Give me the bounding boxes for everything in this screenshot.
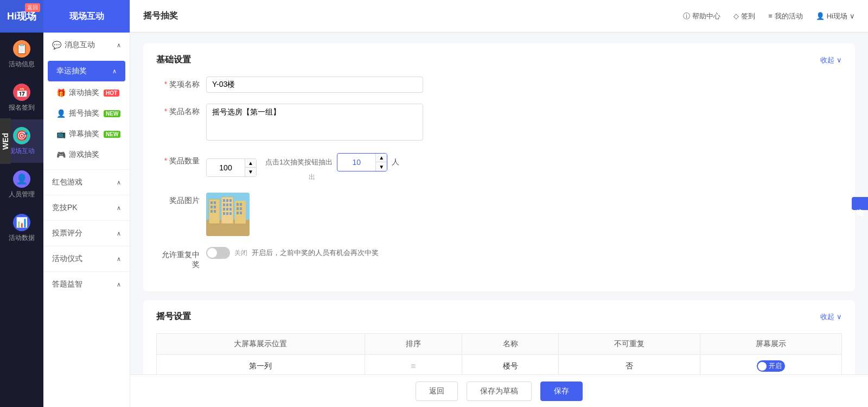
basic-settings-header: 基础设置 收起 ∨ — [156, 54, 842, 66]
nav-item-vote-score[interactable]: 投票评分 ∧ — [43, 223, 130, 244]
draw-count-desc: 点击1次抽奖按钮抽出 — [265, 157, 333, 167]
logo-badge[interactable]: 返回 — [25, 3, 40, 12]
sidebar-item-checkin[interactable]: 📅 报名签到 — [0, 76, 43, 119]
user-menu[interactable]: 👤 Hi现场 ∨ — [816, 11, 855, 21]
new-badge-screen: NEW — [104, 131, 120, 138]
svg-rect-21 — [223, 212, 225, 215]
row1-screen-toggle[interactable]: 开启 — [757, 360, 785, 372]
topbar: 摇号抽奖 ⓘ 帮助中心 ◇ 签到 ≡ 我的活动 👤 Hi现场 ∨ — [130, 0, 868, 33]
chevron-icon: ∧ — [117, 42, 121, 49]
svg-rect-27 — [237, 207, 239, 210]
nav-item-screen-draw[interactable]: 📺 弹幕抽奖 NEW — [43, 124, 130, 144]
prize-count-arrows: ▲ ▼ — [245, 159, 256, 176]
svg-rect-7 — [214, 206, 216, 208]
msg-icon: 💬 — [52, 41, 61, 49]
row1-sort[interactable]: ≡ — [365, 355, 462, 375]
prize-count-input[interactable] — [207, 160, 245, 175]
nav-item-quiz[interactable]: 答题益智 ∧ — [43, 274, 130, 295]
people-mgmt-icon: 👤 — [13, 170, 30, 188]
draw-count-down-btn[interactable]: ▼ — [376, 162, 387, 171]
nav-item-redpack[interactable]: 红包游戏 ∧ — [43, 172, 130, 193]
location-icon: ◇ — [733, 12, 739, 20]
nav-group-lucky-draw: 幸运抽奖 ∧ 🎁 滚动抽奖 HOT 👤 摇号抽奖 NEW 📺 弹幕抽奖 NEW … — [43, 58, 130, 167]
nav-label-game-draw: 游戏抽奖 — [69, 150, 99, 160]
sidebar-item-activity-info[interactable]: 📋 活动信息 — [0, 33, 43, 76]
row1-toggle-dot — [758, 362, 767, 371]
gift-icon: 🎁 — [56, 88, 66, 97]
nav-item-compete-pk[interactable]: 竞技PK ∧ — [43, 198, 130, 218]
page-title: 摇号抽奖 — [143, 10, 670, 22]
draw-count-group: ▲ ▼ — [337, 153, 387, 171]
main-area: 摇号抽奖 ⓘ 帮助中心 ◇ 签到 ≡ 我的活动 👤 Hi现场 ∨ — [130, 0, 868, 407]
sidebar-item-activity-data[interactable]: 📊 活动数据 — [0, 206, 43, 250]
prize-img-label: 奖品图片 — [156, 193, 200, 206]
shake-settings-table: 大屏幕展示位置 排序 名称 不可重复 屏幕展示 第一列 ≡ 楼号 否 — [156, 333, 842, 374]
drag-icon-row1[interactable]: ≡ — [411, 361, 416, 371]
save-draft-button[interactable]: 保存为草稿 — [467, 381, 532, 401]
nav-divider-1 — [43, 169, 130, 170]
svg-rect-12 — [223, 199, 225, 202]
shake-settings-header: 摇号设置 收起 ∨ — [156, 311, 842, 322]
my-activities-btn[interactable]: ≡ 我的活动 — [768, 11, 803, 21]
prize-goods-input[interactable]: 摇号选房【第一组】 — [206, 104, 423, 141]
nav-sidebar-header: 现场互动 — [43, 0, 130, 33]
new-badge-shake: NEW — [104, 110, 120, 117]
shake-settings-collapse-btn[interactable]: 收起 ∨ — [820, 312, 842, 322]
row1-no-repeat: 否 — [559, 355, 700, 375]
prize-count-up-btn[interactable]: ▲ — [245, 159, 256, 168]
nav-item-scroll-draw[interactable]: 🎁 滚动抽奖 HOT — [43, 82, 130, 103]
nav-item-shake-draw[interactable]: 👤 摇号抽奖 NEW — [43, 103, 130, 124]
online-consult-btn[interactable]: 在线咨询 — [852, 197, 868, 210]
prize-img-preview[interactable] — [206, 193, 250, 236]
activity-info-icon: 📋 — [13, 40, 30, 58]
sign-in-label: 签到 — [741, 11, 755, 21]
svg-rect-4 — [210, 201, 213, 204]
prize-count-down-btn[interactable]: ▼ — [245, 168, 256, 176]
row1-screen-show[interactable]: 开启 — [700, 355, 842, 375]
sidebar-item-people-mgmt[interactable]: 👤 人员管理 — [0, 163, 43, 206]
prize-count-group: ▲ ▼ — [206, 158, 257, 177]
topbar-actions: ⓘ 帮助中心 ◇ 签到 ≡ 我的活动 👤 Hi现场 ∨ — [683, 11, 855, 21]
svg-rect-26 — [240, 203, 242, 206]
back-button[interactable]: 返回 — [416, 381, 458, 401]
chevron-icon-quiz: ∧ — [117, 281, 121, 288]
prize-name-input[interactable] — [206, 77, 423, 93]
nav-item-msg-interact[interactable]: 💬 消息互动 ∧ — [43, 35, 130, 55]
hot-badge: HOT — [104, 90, 119, 97]
sign-in-btn[interactable]: ◇ 签到 — [733, 11, 755, 21]
nav-sidebar-title: 现场互动 — [69, 11, 104, 22]
nav-item-ceremony[interactable]: 活动仪式 ∧ — [43, 249, 130, 269]
chevron-icon-lucky: ∧ — [112, 68, 117, 75]
nav-divider-2 — [43, 195, 130, 195]
svg-rect-15 — [223, 204, 225, 206]
nav-divider-4 — [43, 246, 130, 246]
checkin-label: 报名签到 — [9, 103, 35, 112]
nav-item-lucky-draw[interactable]: 幸运抽奖 ∧ — [48, 61, 125, 81]
chevron-icon-compete: ∧ — [117, 205, 121, 212]
row1-toggle-label: 开启 — [769, 361, 782, 371]
wed-indicator: WEd — [0, 118, 11, 164]
allow-repeat-toggle[interactable] — [206, 247, 230, 259]
draw-count-up-btn[interactable]: ▲ — [376, 154, 387, 162]
nav-item-game-draw[interactable]: 🎮 游戏抽奖 — [43, 144, 130, 165]
toggle-state-label: 关闭 — [234, 249, 247, 258]
basic-settings-collapse-btn[interactable]: 收起 ∨ — [820, 55, 842, 65]
prize-name-label: 奖项名称 — [156, 77, 200, 90]
table-row: 第一列 ≡ 楼号 否 开启 — [157, 355, 842, 375]
nav-label-redpack: 红包游戏 — [52, 177, 82, 187]
user-icon: 👤 — [816, 12, 825, 20]
user-chevron-icon: ∨ — [850, 12, 855, 20]
collapse-chevron-icon: ∨ — [837, 56, 842, 64]
svg-rect-20 — [229, 208, 232, 211]
save-button[interactable]: 保存 — [540, 381, 583, 401]
prize-name-control — [206, 77, 423, 93]
app-logo[interactable]: Hi现场 返回 — [0, 0, 43, 33]
content-area: 基础设置 收起 ∨ 奖项名称 奖品名称 摇号选房【第一组】 — [130, 33, 868, 374]
list-icon: ≡ — [768, 12, 773, 20]
help-center-btn[interactable]: ⓘ 帮助中心 — [683, 11, 720, 21]
count-inputs-wrapper: ▲ ▼ 点击1次抽奖按钮抽出 ▲ ▼ — [206, 153, 399, 182]
draw-count-input[interactable] — [337, 155, 375, 170]
col-header-position: 大屏幕展示位置 — [157, 334, 365, 355]
prize-img-row: 奖品图片 — [156, 193, 842, 236]
svg-rect-5 — [214, 201, 216, 204]
